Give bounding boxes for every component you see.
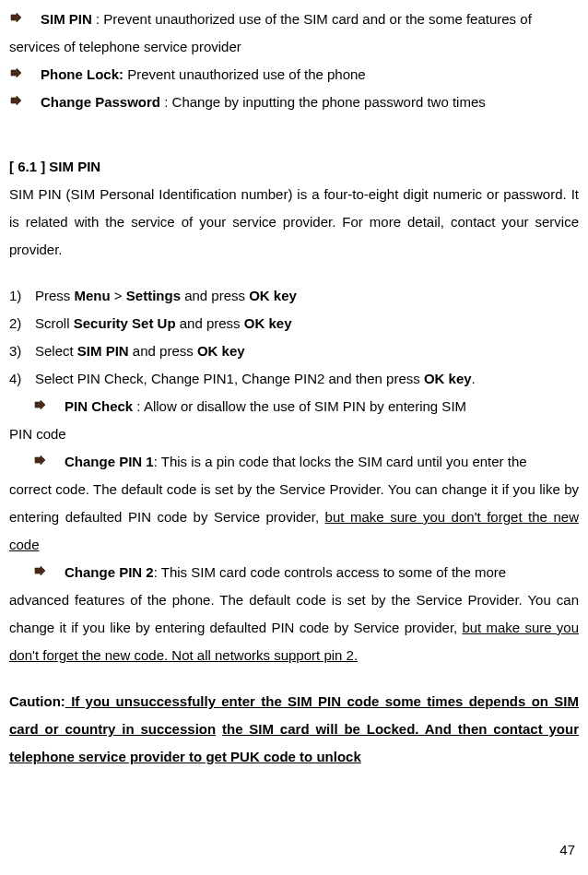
arrow-bullet-icon [9,13,22,24]
steps-list: 1)Press Menu > Settings and press OK key… [9,282,579,393]
step-2: 2)Scroll Security Set Up and press OK ke… [9,310,579,337]
arrow-bullet-icon [33,400,46,411]
step-1: 1)Press Menu > Settings and press OK key [9,282,579,310]
bullet-continuation: PIN code [9,420,579,448]
section-header: [ 6.1 ] SIM PIN [9,153,579,181]
bullet-pin-check: PIN Check : Allow or disallow the use of… [9,393,579,420]
bullet-change-pin2: Change PIN 2: This SIM card code control… [9,559,579,586]
bullet-label: Change PIN 1 [65,454,154,469]
arrow-bullet-icon [33,455,46,467]
bullet-continuation: correct code. The default code is set by… [9,476,579,559]
bullet-continuation: services of telephone service provider [9,33,579,61]
bullet-label: Change PIN 2 [65,564,154,580]
bullet-label: PIN Check [65,398,133,414]
bullet-change-password: Change Password : Change by inputting th… [9,89,579,116]
bullet-phone-lock: Phone Lock: Prevent unauthorized use of … [9,61,579,89]
step-3: 3)Select SIM PIN and press OK key [9,337,579,365]
arrow-bullet-icon [9,96,22,107]
bullet-label: Change Password [41,94,160,110]
bullet-continuation: advanced features of the phone. The defa… [9,586,579,669]
bullet-sim-pin: SIM PIN : Prevent unauthorized use of th… [9,6,579,33]
bullet-change-pin1: Change PIN 1: This is a pin code that lo… [9,448,579,476]
step-4: 4)Select PIN Check, Change PIN1, Change … [9,365,579,393]
section-body: SIM PIN (SIM Personal Identification num… [9,181,579,264]
bullet-label: Phone Lock: [41,66,123,82]
arrow-bullet-icon [33,566,46,577]
page-number: 47 [559,836,575,864]
bullet-label: SIM PIN [41,11,92,27]
arrow-bullet-icon [9,68,22,79]
caution-paragraph: Caution: If you unsuccessfully enter the… [9,688,579,771]
